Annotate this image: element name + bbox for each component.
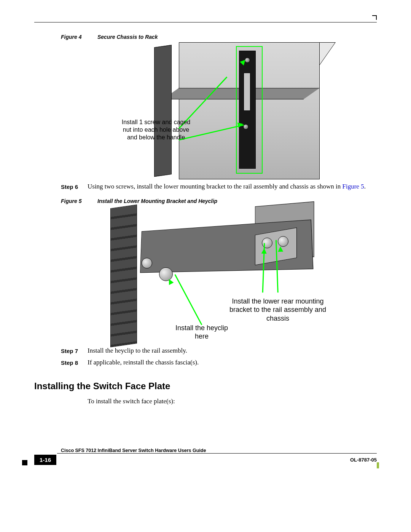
figure4-title: Secure Chassis to Rack bbox=[97, 34, 158, 40]
footer-guide-title: Cisco SFS 7012 InfiniBand Server Switch … bbox=[61, 448, 206, 453]
figure5-link[interactable]: Figure 5 bbox=[342, 183, 364, 190]
top-rule bbox=[34, 22, 377, 22]
figure4-label: Figure 4 bbox=[61, 34, 96, 40]
step-6-tail: . bbox=[364, 183, 366, 190]
figure5-annotation-bottom: Install the heyclip here bbox=[171, 324, 232, 341]
footer-ol-number: OL-8787-05 bbox=[350, 457, 377, 463]
figure5-arrow-heyclip-icon bbox=[174, 274, 202, 325]
page-footer: Cisco SFS 7012 InfiniBand Server Switch … bbox=[34, 450, 377, 465]
step-6-row: Step 6 Using two screws, install the low… bbox=[61, 182, 377, 191]
footer-green-mark-icon bbox=[377, 462, 379, 468]
figure4-highlight-box bbox=[236, 46, 263, 174]
step-7-label: Step 7 bbox=[61, 347, 88, 355]
figure4-illustration: Install 1 screw and caged nut into each … bbox=[110, 42, 323, 179]
intro-paragraph: To install the switch face plate(s): bbox=[88, 398, 377, 405]
section-heading: Installing the Switch Face Plate bbox=[34, 381, 377, 391]
figure5-rack-post bbox=[110, 204, 137, 347]
step-7-body: Install the heyclip to the rail assembly… bbox=[88, 347, 187, 355]
step-6-text: Using two screws, install the lower moun… bbox=[88, 183, 342, 190]
crop-mark-tr bbox=[372, 15, 377, 20]
figure4-rack-rail bbox=[154, 45, 172, 177]
figure4-caption: Figure 4 Secure Chassis to Rack bbox=[61, 34, 377, 40]
step-7-row: Step 7 Install the heyclip to the rail a… bbox=[61, 347, 377, 355]
footer-rule bbox=[57, 453, 377, 454]
figure5-illustration: Install the lower rear mounting bracket … bbox=[110, 206, 323, 343]
step-6-body: Using two screws, install the lower moun… bbox=[88, 182, 366, 191]
figure5-screw-left bbox=[142, 258, 152, 268]
step-8-label: Step 8 bbox=[61, 358, 88, 367]
figure5-label: Figure 5 bbox=[61, 198, 96, 204]
step-8-row: Step 8 If applicable, reinstall the chas… bbox=[61, 358, 377, 367]
step-8-body: If applicable, reinstall the chassis fas… bbox=[88, 358, 199, 367]
step-6-label: Step 6 bbox=[61, 182, 88, 191]
figure5-arrowhead-r2-icon bbox=[278, 246, 283, 252]
figure5-screw-r2 bbox=[278, 236, 288, 247]
footer-ol-text: OL-8787-05 bbox=[350, 457, 377, 463]
page-number-box: 1-16 bbox=[34, 455, 56, 465]
figure5-caption: Figure 5 Install the Lower Mounting Brac… bbox=[61, 198, 377, 204]
crop-mark-bl bbox=[22, 460, 27, 465]
figure5-annotation-right: Install the lower rear mounting bracket … bbox=[228, 297, 327, 323]
figure5-arrowhead-r1-icon bbox=[261, 248, 267, 254]
figure4-annotation: Install 1 screw and caged nut into each … bbox=[118, 118, 194, 141]
page: Figure 4 Secure Chassis to Rack Install … bbox=[0, 0, 411, 532]
figure5-title: Install the Lower Mounting Bracket and H… bbox=[97, 198, 217, 204]
